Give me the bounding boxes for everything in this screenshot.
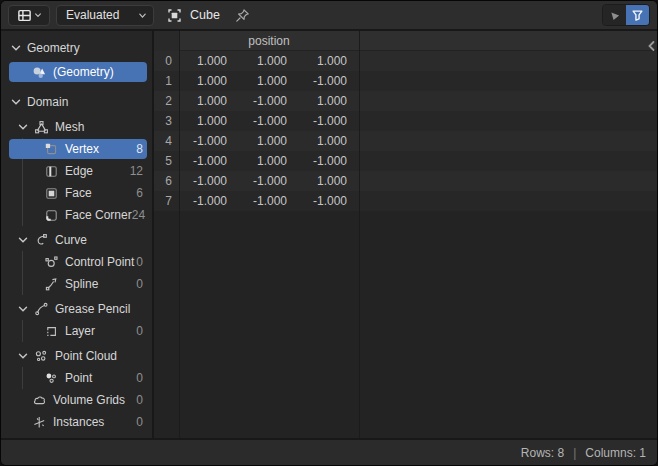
table-row: 5-1.0001.000-1.000 [154, 151, 657, 171]
sidebar-item-domain[interactable]: Domain [1, 91, 152, 113]
position-value-cell: 1.000 [299, 171, 359, 191]
position-value-cell: 1.000 [179, 71, 239, 91]
position-value-cell: -1.000 [299, 111, 359, 131]
chevron-left-icon[interactable] [647, 40, 656, 52]
curve-data-icon [34, 233, 49, 248]
sidebar-item-volume-grids[interactable]: Volume Grids0 [1, 389, 152, 411]
object-data-icon [167, 8, 182, 23]
table-row: 7-1.000-1.000-1.000 [154, 191, 657, 211]
domain-count: 24 [132, 208, 154, 222]
filter-toggle-button[interactable] [626, 5, 649, 25]
position-value-cell: 1.000 [239, 151, 299, 171]
panel-arrow-icon [608, 9, 621, 22]
data-source-dropdown[interactable]: Evaluated [56, 5, 154, 26]
index-column-header [154, 31, 179, 51]
position-value-cell: -1.000 [179, 151, 239, 171]
table-row: 4-1.0001.0001.000 [154, 131, 657, 151]
position-value-cell: 1.000 [299, 51, 359, 71]
chevron-down-icon[interactable] [18, 304, 28, 314]
columns-count-label: Columns: 1 [585, 446, 646, 460]
volume-grids-icon [32, 393, 47, 408]
sidebar-item-vertex[interactable]: Vertex8 [1, 138, 152, 160]
rows-count-label: Rows: 8 [521, 446, 564, 460]
header-right-controls [602, 4, 650, 26]
domain-count: 0 [136, 415, 152, 429]
editor-type-button[interactable] [8, 5, 50, 26]
point-cloud-icon [34, 349, 49, 364]
face-corner-icon [44, 208, 59, 223]
position-value-cell: -1.000 [179, 131, 239, 151]
domain-count: 6 [136, 186, 152, 200]
sidebar-item-label: Control Point [65, 255, 134, 269]
filter-funnel-icon [631, 9, 644, 22]
table-row: 01.0001.0001.000 [154, 51, 657, 71]
position-value-cell: -1.000 [299, 71, 359, 91]
sidebar-item-label: Volume Grids [53, 393, 125, 407]
status-bar: Rows: 8 | Columns: 1 [1, 438, 657, 465]
row-filler [359, 131, 657, 151]
sidebar-item-geometry[interactable]: (Geometry) [1, 61, 152, 83]
domain-count: 0 [136, 324, 152, 338]
geometry-set-icon [32, 65, 47, 80]
row-filler [359, 191, 657, 211]
sidebar-item-label: Curve [55, 233, 87, 247]
row-filler [359, 171, 657, 191]
chevron-down-icon[interactable] [18, 351, 28, 361]
position-value-cell: 1.000 [299, 91, 359, 111]
position-value-cell: -1.000 [179, 191, 239, 211]
grease-pencil-icon [34, 302, 49, 317]
sidebar-item-mesh[interactable]: Mesh [1, 116, 152, 138]
sidebar-item-label: Mesh [55, 120, 84, 134]
sidebar-item-control-point[interactable]: Control Point0 [1, 251, 152, 273]
row-filler [359, 111, 657, 131]
position-value-cell: 1.000 [299, 131, 359, 151]
status-separator: | [573, 446, 576, 460]
sidebar-item-layer[interactable]: Layer0 [1, 320, 152, 342]
row-filler [359, 151, 657, 171]
sidebar-item-edge[interactable]: Edge12 [1, 160, 152, 182]
sidebar-item-grease-pencil[interactable]: Grease Pencil [1, 298, 152, 320]
sidebar-item-instances[interactable]: Instances0 [1, 411, 152, 433]
sidebar-item-label: Face Corner [65, 208, 132, 222]
sidebar: Geometry(Geometry)DomainMeshVertex8Edge1… [1, 31, 154, 438]
object-name: Cube [190, 8, 220, 22]
sidebar-item-geometry[interactable]: Geometry [1, 37, 152, 59]
data-source-value: Evaluated [66, 8, 119, 22]
edge-icon [44, 164, 59, 179]
chevron-down-icon[interactable] [11, 97, 21, 107]
header-left-controls: Evaluated Cube [8, 5, 250, 26]
mesh-data-icon [34, 120, 49, 135]
table-header: position [154, 31, 657, 51]
sidebar-item-point[interactable]: Point0 [1, 367, 152, 389]
chevron-down-icon [34, 11, 42, 19]
domain-count: 12 [130, 164, 152, 178]
sidebar-item-face[interactable]: Face6 [1, 182, 152, 204]
chevron-down-icon[interactable] [18, 122, 28, 132]
editor-body: Geometry(Geometry)DomainMeshVertex8Edge1… [1, 31, 657, 438]
panel-arrow-button[interactable] [603, 5, 626, 25]
sidebar-item-curve[interactable]: Curve [1, 229, 152, 251]
position-value-cell: -1.000 [299, 191, 359, 211]
column-header-position[interactable]: position [179, 31, 359, 51]
position-value-cell: -1.000 [239, 91, 299, 111]
sidebar-item-face-corner[interactable]: Face Corner24 [1, 204, 152, 226]
row-filler [359, 51, 657, 71]
sidebar-item-label: Spline [65, 277, 98, 291]
row-index: 0 [154, 51, 179, 71]
sidebar-item-label: Edge [65, 164, 93, 178]
row-index: 4 [154, 131, 179, 151]
table-row: 11.0001.000-1.000 [154, 71, 657, 91]
row-index: 7 [154, 191, 179, 211]
sidebar-item-spline[interactable]: Spline0 [1, 273, 152, 295]
layer-icon [44, 324, 59, 339]
table-row: 31.000-1.000-1.000 [154, 111, 657, 131]
chevron-down-icon[interactable] [18, 235, 28, 245]
sidebar-item-label: (Geometry) [53, 65, 114, 79]
domain-count: 0 [136, 277, 152, 291]
chevron-down-icon [138, 11, 147, 20]
chevron-down-icon[interactable] [11, 43, 21, 53]
pin-button[interactable] [235, 8, 250, 23]
position-value-cell: 1.000 [239, 131, 299, 151]
sidebar-item-point-cloud[interactable]: Point Cloud [1, 345, 152, 367]
instances-icon [32, 415, 47, 430]
